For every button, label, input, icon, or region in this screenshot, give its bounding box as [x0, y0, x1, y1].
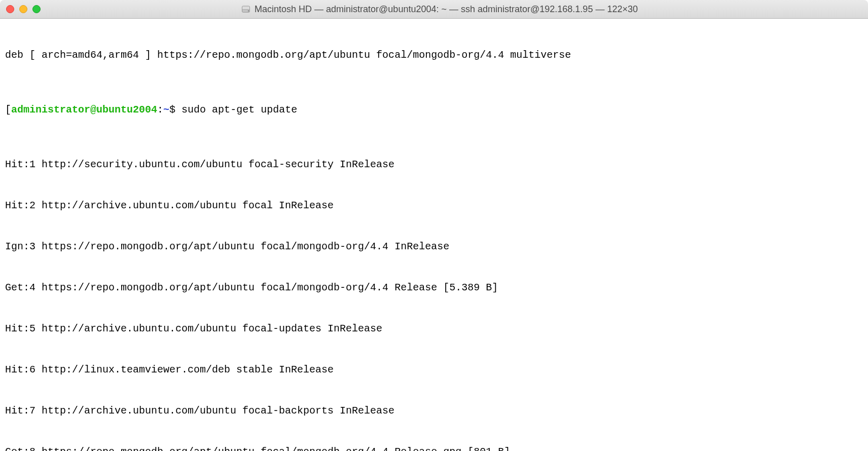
- prompt-open-bracket: [: [5, 104, 11, 116]
- command-text: sudo apt-get update: [182, 104, 297, 116]
- output-line: Hit:7 http://archive.ubuntu.com/ubuntu f…: [5, 404, 863, 418]
- disk-icon: [241, 5, 250, 14]
- prompt-user-host: administrator@ubuntu2004: [11, 104, 157, 116]
- prompt-sep: :: [157, 104, 163, 116]
- terminal-body[interactable]: deb [ arch=amd64,arm64 ] https://repo.mo…: [0, 19, 868, 451]
- close-icon[interactable]: [6, 5, 14, 13]
- output-line: Get:8 https://repo.mongodb.org/apt/ubunt…: [5, 445, 863, 451]
- output-line: deb [ arch=amd64,arm64 ] https://repo.mo…: [5, 48, 863, 62]
- output-line: Hit:1 http://security.ubuntu.com/ubuntu …: [5, 158, 863, 171]
- terminal-window: Macintosh HD — administrator@ubuntu2004:…: [0, 0, 868, 451]
- window-title-wrap: Macintosh HD — administrator@ubuntu2004:…: [17, 3, 862, 16]
- svg-point-2: [248, 11, 249, 12]
- prompt-cwd: ~: [163, 104, 169, 116]
- output-line: Ign:3 https://repo.mongodb.org/apt/ubunt…: [5, 240, 863, 253]
- output-line: Hit:2 http://archive.ubuntu.com/ubuntu f…: [5, 199, 863, 212]
- output-line: Get:4 https://repo.mongodb.org/apt/ubunt…: [5, 281, 863, 294]
- prompt-dollar: $: [169, 104, 182, 116]
- output-line: Hit:6 http://linux.teamviewer.com/deb st…: [5, 363, 863, 377]
- prompt-line: [administrator@ubuntu2004:~$ sudo apt-ge…: [5, 103, 863, 117]
- titlebar[interactable]: Macintosh HD — administrator@ubuntu2004:…: [0, 0, 868, 19]
- window-title: Macintosh HD — administrator@ubuntu2004:…: [255, 3, 638, 16]
- output-line: Hit:5 http://archive.ubuntu.com/ubuntu f…: [5, 322, 863, 335]
